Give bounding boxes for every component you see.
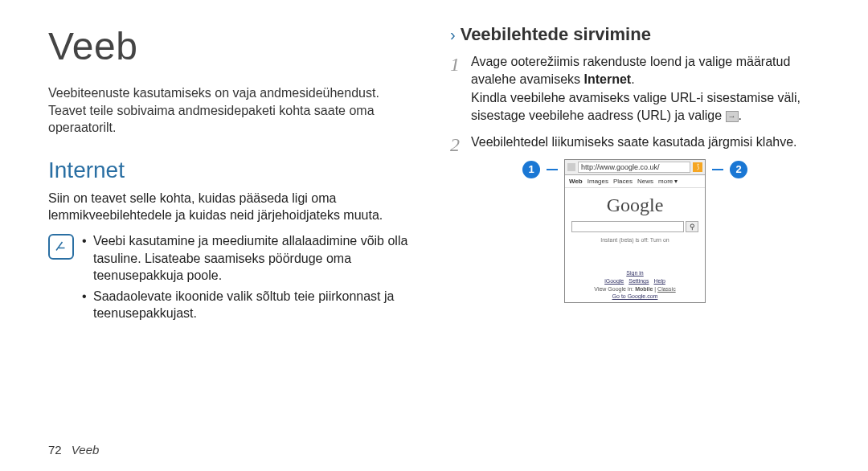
section-text: Siin on teavet selle kohta, kuidas pääse… [48, 190, 418, 224]
url-field[interactable]: http://www.google.co.uk/ [578, 162, 690, 173]
link-igoogle[interactable]: iGoogle [604, 278, 624, 284]
link-help[interactable]: Help [653, 278, 665, 284]
rss-icon[interactable]: ⟆ [693, 162, 702, 172]
step-2: 2 Veebilehtedel liikumiseks saate kasuta… [450, 133, 820, 151]
search-button[interactable]: ⚲ [686, 221, 698, 232]
step-number: 2 [450, 132, 460, 159]
search-input[interactable] [571, 221, 684, 232]
sign-in-link[interactable]: Sign in [565, 270, 705, 276]
google-logo: Google [565, 188, 705, 219]
go-icon: → [726, 111, 739, 122]
callout-line [547, 169, 558, 170]
step-bold: Internet [584, 72, 632, 86]
step-text: . [739, 109, 742, 122]
step-1: 1 Avage ooterežiimis rakenduste loend ja… [450, 53, 820, 125]
intro-text: Veebiteenuste kasutamiseks on vaja andme… [48, 84, 418, 137]
tab-images[interactable]: Images [588, 178, 608, 185]
tab-news[interactable]: News [637, 178, 653, 185]
footer-title: Veeb [72, 443, 99, 457]
callout-badge-1: 1 [522, 161, 540, 178]
section-heading-internet: Internet [48, 158, 418, 183]
note-icon [48, 234, 74, 260]
view-mode: View Google in: Mobile | Classic [565, 286, 705, 292]
footer-links: iGoogle Settings Help [565, 278, 705, 284]
chevron-icon: › [450, 27, 456, 43]
subheading: Veebilehtede sirvimine [461, 24, 651, 45]
url-bar[interactable]: http://www.google.co.uk/ ⟆ [565, 160, 705, 175]
tab-more[interactable]: more ▾ [658, 178, 678, 185]
step-number: 1 [450, 51, 460, 79]
view-classic-link[interactable]: Classic [657, 286, 676, 292]
step-extra: Kindla veebilehe avamiseks valige URL-i … [471, 91, 800, 122]
view-prefix: View Google in: [594, 286, 635, 292]
tab-places[interactable]: Places [613, 178, 633, 185]
note-bullet: Veebi kasutamine ja meediumite allalaadi… [82, 232, 418, 285]
nav-tabs[interactable]: Web Images Places News more ▾ [565, 175, 705, 188]
note-bullet: Saadaolevate ikoonide valik sõltub teie … [82, 288, 418, 322]
callout-line [712, 169, 723, 170]
page-footer: 72 Veeb [48, 443, 99, 457]
phone-screenshot: http://www.google.co.uk/ ⟆ Web Images Pl… [564, 159, 706, 303]
callout-badge-2: 2 [730, 161, 747, 178]
instant-text[interactable]: Instant (beta) is off: Turn on [565, 236, 705, 267]
step-text: Veebilehtedel liikumiseks saate kasutada… [471, 135, 797, 149]
page-title: Veeb [48, 24, 418, 68]
tab-web[interactable]: Web [569, 178, 583, 185]
link-settings[interactable]: Settings [628, 278, 649, 284]
page-icon [567, 163, 575, 171]
note-bullet-list: Veebi kasutamine ja meediumite allalaadi… [82, 232, 418, 326]
page-number: 72 [48, 443, 62, 457]
step-text: . [631, 72, 634, 86]
view-mobile: Mobile [635, 286, 653, 292]
goto-link[interactable]: Go to Google.com [565, 293, 705, 299]
